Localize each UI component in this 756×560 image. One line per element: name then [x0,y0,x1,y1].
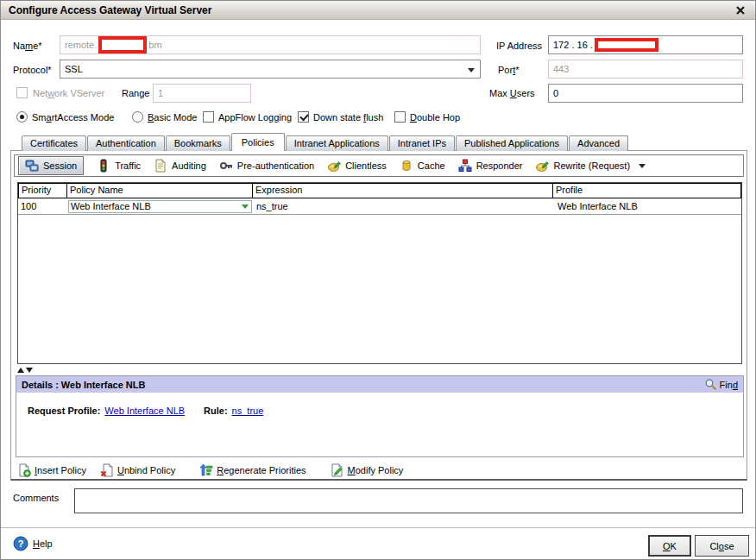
configure-access-gateway-dialog: Configure Access Gateway Virtual Server … [0,0,756,560]
redaction-box [98,36,147,53]
policy-type-pre-authentication[interactable]: Pre-authentication [219,159,314,173]
tab-certificates[interactable]: Certificates [22,135,86,151]
policy-type-label: Pre-authentication [237,160,314,171]
max-users-input[interactable] [548,84,743,103]
details-body: Request Profile: Web Interface NLB Rule:… [16,393,743,416]
tab-policies[interactable]: Policies [231,133,285,151]
policy-type-label: Session [43,160,77,171]
cell-profile: Web Interface NLB [555,201,741,211]
policy-action-toolbar: Insert Policy Unbind Policy Regenerate P… [17,462,403,479]
policy-type-traffic[interactable]: Traffic [97,159,141,173]
details-splitter[interactable] [17,366,33,374]
tab-advanced[interactable]: Advanced [569,135,628,151]
policy-type-auditing[interactable]: Auditing [154,159,206,173]
appflow-logging-checkbox[interactable] [203,111,214,123]
down-state-flush-checkbox[interactable] [298,111,309,123]
unbind-policy-icon [100,463,114,477]
key-icon [219,159,233,173]
help-icon: ? [13,536,28,551]
details-panel: Details : Web Interface NLB Find Request… [16,375,744,457]
modify-policy-button[interactable]: Modify Policy [331,463,404,477]
double-hop-checkbox[interactable] [394,111,406,123]
double-hop-label: Double Hop [410,112,460,123]
column-header-policy-name[interactable]: Policy Name [66,183,253,198]
splitter-up-icon[interactable] [17,368,24,373]
protocol-label: Protocol* [13,65,52,75]
redaction-box [595,38,658,52]
policy-type-label: Cache [418,160,445,171]
appflow-logging-label: AppFlow Logging [218,112,292,123]
policy-type-label: Clientless [345,160,387,171]
network-vserver-checkbox[interactable] [16,87,28,98]
policy-type-clientless[interactable]: Clientless [327,159,387,173]
policy-type-toolbar: Session Traffic Auditing Pre-authenticat… [14,154,744,177]
policy-type-responder[interactable]: Responder [458,159,523,173]
policy-type-session[interactable]: Session [18,156,84,175]
rule-link[interactable]: ns_true [232,406,264,416]
tab-bookmarks[interactable]: Bookmarks [166,135,230,151]
policy-type-label: Responder [476,160,523,171]
insert-policy-button[interactable]: Insert Policy [17,463,86,477]
policy-name-value: Web Interface NLB [71,201,151,211]
svg-text:?: ? [18,538,24,549]
tab-intranet-applications[interactable]: Intranet Applications [286,135,388,151]
name-input[interactable]: remote. bm [60,35,481,54]
comments-input[interactable] [74,488,743,513]
ip-address-value: 172 . 16 . [553,40,593,50]
tab-authentication[interactable]: Authentication [87,135,165,151]
tab-intranet-ips[interactable]: Intranet IPs [389,135,455,151]
cell-policy-name[interactable]: Web Interface NLB [67,199,254,214]
name-value-prefix: remote. [65,40,97,50]
find-control[interactable]: Find [704,378,738,391]
range-label: Range [122,88,149,98]
cache-jar-icon [400,159,413,173]
port-input[interactable] [548,60,743,79]
policy-type-cache[interactable]: Cache [400,159,445,173]
tab-published-applications[interactable]: Published Applications [456,135,568,151]
dropdown-arrow-icon[interactable] [242,204,249,212]
basic-mode-radio[interactable] [132,111,143,123]
range-input[interactable] [153,84,251,103]
tab-strip: Certificates Authentication Bookmarks Po… [22,133,629,151]
action-label: Insert Policy [35,465,86,475]
title-bar: Configure Access Gateway Virtual Server [1,1,755,20]
column-header-profile[interactable]: Profile [552,183,741,198]
ok-button[interactable]: OK [648,535,691,557]
max-users-label: Max Users [489,88,535,98]
traffic-light-icon [97,159,110,173]
find-label[interactable]: Find [720,380,738,390]
policy-type-label: Rewrite (Request) [553,160,630,171]
ip-address-label: IP Address [496,41,542,51]
policy-table: Priority Policy Name Expression Profile … [17,182,742,364]
policy-type-label: Auditing [172,160,206,171]
help-label[interactable]: Help [33,538,53,549]
request-profile-link[interactable]: Web Interface NLB [104,406,185,416]
regenerate-priorities-button[interactable]: Regenerate Priorities [199,463,306,477]
table-row[interactable]: 100 Web Interface NLB ns_true Web Interf… [18,198,741,215]
close-icon[interactable] [734,3,747,17]
down-state-flush-label: Down state flush [313,112,383,123]
regenerate-priorities-icon [199,463,213,477]
port-label: Port* [498,65,519,75]
column-header-expression[interactable]: Expression [252,183,553,198]
pencil-badge-icon [535,159,549,173]
smartaccess-mode-label: SmartAccess Mode [32,112,114,123]
close-button[interactable]: Close [695,535,749,557]
chevron-down-icon [639,164,646,172]
ip-address-input[interactable]: 172 . 16 . [548,35,743,54]
action-label: Modify Policy [348,465,404,475]
help-button[interactable]: ? Help [13,536,53,551]
splitter-down-icon[interactable] [26,368,33,373]
smartaccess-mode-radio[interactable] [16,111,28,123]
protocol-select[interactable]: SSL [60,60,481,79]
action-label: Regenerate Priorities [217,465,306,475]
basic-mode-label: Basic Mode [148,112,197,123]
policy-type-rewrite-request[interactable]: Rewrite (Request) [535,159,646,173]
session-icon [25,159,39,173]
name-value-suffix: bm [148,40,161,50]
unbind-policy-button[interactable]: Unbind Policy [100,463,175,477]
column-header-priority[interactable]: Priority [18,183,67,198]
blocks-icon [458,159,472,173]
pencil-badge-icon [327,159,341,173]
policy-table-header: Priority Policy Name Expression Profile [18,183,741,198]
